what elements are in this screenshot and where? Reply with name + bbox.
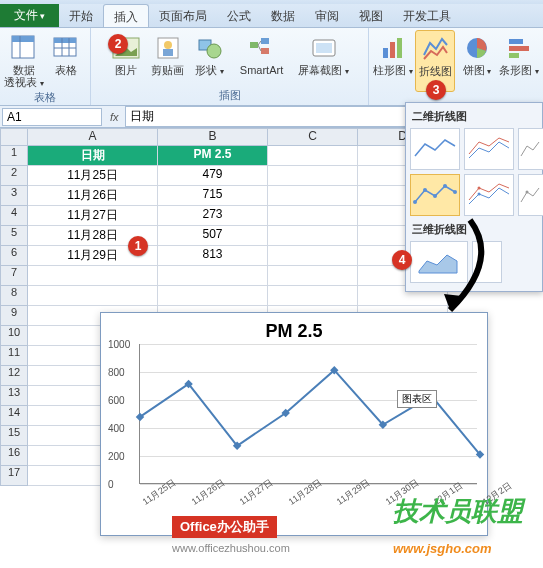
clipart-label: 剪贴画 bbox=[151, 64, 184, 76]
cell[interactable] bbox=[158, 286, 268, 306]
cell[interactable] bbox=[158, 266, 268, 286]
table-button[interactable]: 表格 bbox=[46, 30, 86, 76]
svg-rect-18 bbox=[261, 48, 269, 54]
dropdown-2d-title: 二维折线图 bbox=[410, 107, 538, 128]
group-tables: 数据 透视表 表格 表格 bbox=[0, 28, 91, 105]
tab-file[interactable]: 文件 bbox=[0, 4, 59, 27]
row-header[interactable]: 10 bbox=[0, 326, 28, 346]
row-header[interactable]: 12 bbox=[0, 366, 28, 386]
cell[interactable]: 日期 bbox=[28, 146, 158, 166]
col-header-B[interactable]: B bbox=[158, 128, 268, 146]
screenshot-button[interactable]: 屏幕截图 bbox=[294, 30, 354, 77]
row-header[interactable]: 9 bbox=[0, 306, 28, 326]
line-type-3[interactable] bbox=[518, 128, 543, 170]
cell[interactable] bbox=[268, 166, 358, 186]
name-box[interactable] bbox=[2, 108, 102, 126]
pie-chart-label: 饼图 bbox=[463, 64, 491, 77]
svg-point-12 bbox=[164, 41, 172, 49]
svg-point-37 bbox=[526, 191, 529, 194]
callout-3: 3 bbox=[426, 80, 446, 100]
fx-icon[interactable]: fx bbox=[104, 111, 125, 123]
cell[interactable]: 11月27日 bbox=[28, 206, 158, 226]
cell[interactable] bbox=[268, 226, 358, 246]
smartart-icon bbox=[246, 32, 278, 64]
row-header[interactable]: 15 bbox=[0, 426, 28, 446]
callout-1: 1 bbox=[128, 236, 148, 256]
svg-rect-27 bbox=[509, 39, 523, 44]
row-header[interactable]: 14 bbox=[0, 406, 28, 426]
cell[interactable]: 715 bbox=[158, 186, 268, 206]
cell[interactable] bbox=[28, 266, 158, 286]
bar-chart-label: 条形图 bbox=[499, 64, 538, 77]
annotation-arrow bbox=[400, 200, 520, 340]
tab-formula[interactable]: 公式 bbox=[217, 4, 261, 27]
chart-tooltip: 图表区 bbox=[397, 390, 437, 408]
cell[interactable] bbox=[268, 246, 358, 266]
tab-insert[interactable]: 插入 bbox=[103, 4, 149, 27]
cell[interactable] bbox=[268, 286, 358, 306]
svg-line-19 bbox=[258, 41, 261, 45]
cell[interactable]: 479 bbox=[158, 166, 268, 186]
svg-rect-23 bbox=[383, 48, 388, 58]
screenshot-icon bbox=[308, 32, 340, 64]
line-chart-icon bbox=[419, 33, 451, 65]
tab-home[interactable]: 开始 bbox=[59, 4, 103, 27]
tab-review[interactable]: 审阅 bbox=[305, 4, 349, 27]
bar-chart-icon bbox=[503, 32, 535, 64]
cell[interactable] bbox=[268, 206, 358, 226]
cell[interactable] bbox=[268, 186, 358, 206]
line-type-2[interactable] bbox=[464, 128, 514, 170]
screenshot-label: 屏幕截图 bbox=[298, 64, 348, 77]
row-header[interactable]: 7 bbox=[0, 266, 28, 286]
row-header[interactable]: 16 bbox=[0, 446, 28, 466]
svg-rect-29 bbox=[509, 53, 519, 58]
group-tables-label: 表格 bbox=[4, 89, 86, 107]
row-header[interactable]: 5 bbox=[0, 226, 28, 246]
cell[interactable]: 11月25日 bbox=[28, 166, 158, 186]
row-header[interactable]: 1 bbox=[0, 146, 28, 166]
smartart-button[interactable]: SmartArt bbox=[232, 30, 292, 76]
row-header[interactable]: 2 bbox=[0, 166, 28, 186]
bar-chart-button[interactable]: 条形图 bbox=[499, 30, 539, 77]
column-chart-button[interactable]: 柱形图 bbox=[373, 30, 413, 77]
cell[interactable]: 507 bbox=[158, 226, 268, 246]
line-type-1[interactable] bbox=[410, 128, 460, 170]
row-header[interactable]: 11 bbox=[0, 346, 28, 366]
col-header-C[interactable]: C bbox=[268, 128, 358, 146]
line-type-6[interactable] bbox=[518, 174, 543, 216]
pie-chart-button[interactable]: 饼图 bbox=[457, 30, 497, 77]
watermark-office: Office办公助手 www.officezhushou.com bbox=[172, 516, 290, 556]
shapes-label: 形状 bbox=[195, 64, 223, 77]
shapes-button[interactable]: 形状 bbox=[190, 30, 230, 77]
col-header-A[interactable]: A bbox=[28, 128, 158, 146]
column-chart-label: 柱形图 bbox=[373, 64, 412, 77]
tab-dev[interactable]: 开发工具 bbox=[393, 4, 461, 27]
svg-rect-25 bbox=[397, 38, 402, 58]
callout-4: 4 bbox=[392, 250, 412, 270]
pivot-table-button[interactable]: 数据 透视表 bbox=[4, 30, 44, 89]
cell[interactable] bbox=[268, 146, 358, 166]
row-header[interactable]: 8 bbox=[0, 286, 28, 306]
row-header[interactable]: 3 bbox=[0, 186, 28, 206]
select-all-corner[interactable] bbox=[0, 128, 28, 146]
clipart-icon bbox=[152, 32, 184, 64]
svg-rect-1 bbox=[12, 36, 34, 42]
pivot-label: 数据 透视表 bbox=[4, 64, 43, 89]
row-header[interactable]: 13 bbox=[0, 386, 28, 406]
row-header[interactable]: 6 bbox=[0, 246, 28, 266]
cell[interactable]: 813 bbox=[158, 246, 268, 266]
cell[interactable] bbox=[28, 286, 158, 306]
clipart-button[interactable]: 剪贴画 bbox=[148, 30, 188, 76]
tab-data[interactable]: 数据 bbox=[261, 4, 305, 27]
tab-layout[interactable]: 页面布局 bbox=[149, 4, 217, 27]
cell[interactable]: PM 2.5 bbox=[158, 146, 268, 166]
cell[interactable]: 273 bbox=[158, 206, 268, 226]
row-header[interactable]: 17 bbox=[0, 466, 28, 486]
tab-view[interactable]: 视图 bbox=[349, 4, 393, 27]
cell[interactable]: 11月26日 bbox=[28, 186, 158, 206]
svg-rect-4 bbox=[54, 38, 76, 43]
row-header[interactable]: 4 bbox=[0, 206, 28, 226]
cell[interactable] bbox=[268, 266, 358, 286]
svg-point-34 bbox=[453, 190, 457, 194]
chart-plot-area[interactable]: 02004006008001000 图表区 11月25日11月26日11月27日… bbox=[139, 344, 477, 484]
